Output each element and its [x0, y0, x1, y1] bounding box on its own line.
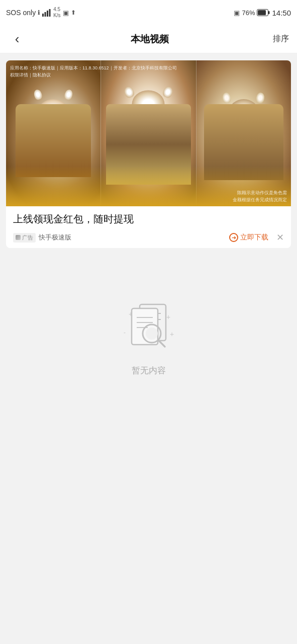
- image-watermark: 应用名称：快手极速版｜应用版本：11.8.30.6512｜开发者：北京快手科技有…: [6, 64, 291, 79]
- navigation-bar: ‹ 本地视频 排序: [0, 25, 297, 53]
- ad-source: 广告 快手极速版: [13, 233, 71, 243]
- cats-collage: [6, 60, 291, 206]
- status-left: SOS only ℹ 4.5 K/s ▣ ⬆: [6, 7, 76, 19]
- svg-text:-: -: [124, 329, 126, 336]
- alert-icon: ℹ: [38, 9, 40, 16]
- svg-rect-6: [258, 10, 266, 15]
- ad-close-button[interactable]: ✕: [276, 232, 284, 243]
- ad-badge: 广告: [13, 233, 36, 243]
- empty-text: 暂无内容: [132, 365, 166, 376]
- ad-label: 广告: [22, 234, 33, 242]
- ad-text-area: 上线领现金红包，随时提现 广告 快手极速版 ➜ 立即下载 ✕: [6, 206, 291, 248]
- svg-rect-1: [45, 12, 46, 17]
- ad-dot-icon: [16, 235, 21, 240]
- upload-icon: ⬆: [71, 9, 76, 16]
- back-icon: ‹: [15, 31, 20, 47]
- watermark-bottom-2: 金额根据任务完成情况而定: [233, 197, 287, 204]
- svg-rect-2: [47, 11, 48, 17]
- fingerprint-icon: ▣: [234, 9, 240, 17]
- watermark-row1: 应用名称：快手极速版｜应用版本：11.8.30.6512｜开发者：北京快手科技有…: [10, 64, 177, 71]
- ad-footer: 广告 快手极速版 ➜ 立即下载 ✕: [13, 232, 284, 243]
- battery-icon: [257, 9, 270, 16]
- time-display: 14:50: [272, 9, 291, 17]
- ad-download-button[interactable]: ➜ 立即下载: [229, 233, 268, 242]
- status-right: ▣ 76% 14:50: [234, 9, 291, 17]
- speed-indicator: 4.5 K/s: [53, 7, 60, 19]
- download-label: 立即下载: [240, 233, 268, 242]
- svg-rect-5: [268, 11, 270, 14]
- svg-rect-3: [49, 9, 51, 17]
- back-button[interactable]: ‹: [8, 30, 26, 48]
- empty-state-icon: + + - + +: [114, 295, 184, 356]
- svg-point-21: [146, 328, 158, 340]
- svg-rect-0: [42, 14, 44, 17]
- sort-button[interactable]: 排序: [273, 34, 289, 44]
- main-content: 应用名称：快手极速版｜应用版本：11.8.30.6512｜开发者：北京快手科技有…: [0, 53, 297, 414]
- ad-image[interactable]: 应用名称：快手极速版｜应用版本：11.8.30.6512｜开发者：北京快手科技有…: [6, 60, 291, 206]
- status-bar: SOS only ℹ 4.5 K/s ▣ ⬆ ▣ 76% 14:50: [0, 0, 297, 25]
- sim-icon: ▣: [63, 9, 69, 17]
- sos-label: SOS only: [6, 9, 36, 17]
- battery-percent: 76%: [242, 9, 255, 17]
- svg-text:+: +: [166, 313, 170, 321]
- ad-app-name: 快手极速版: [39, 233, 71, 242]
- empty-state: + + - + + 暂无内容: [6, 255, 291, 407]
- signal-icon: [42, 9, 51, 17]
- image-bottom-watermark: 陈顾示意动作仅是角色需 金额根据任务完成情况而定: [233, 190, 287, 203]
- svg-text:+: +: [170, 330, 174, 338]
- ad-actions: ➜ 立即下载 ✕: [229, 232, 284, 243]
- download-circle-icon: ➜: [229, 233, 238, 242]
- ad-headline: 上线领现金红包，随时提现: [13, 212, 284, 226]
- ad-card: 应用名称：快手极速版｜应用版本：11.8.30.6512｜开发者：北京快手科技有…: [6, 60, 291, 248]
- watermark-row2: 权限详情｜隐私协议: [10, 71, 51, 78]
- watermark-bottom-1: 陈顾示意动作仅是角色需: [233, 190, 287, 197]
- page-title: 本地视频: [131, 33, 169, 46]
